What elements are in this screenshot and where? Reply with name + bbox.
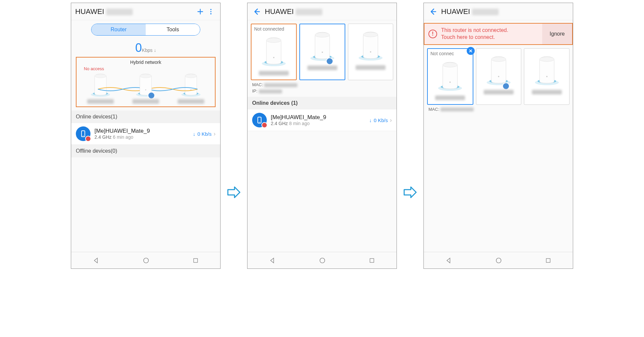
device-name: [Me]HUAWEI_Mate_9 xyxy=(94,128,150,134)
chevron-right-icon: › xyxy=(390,117,392,124)
svg-point-13 xyxy=(496,258,501,263)
android-navbar xyxy=(247,252,397,268)
speed-indicator: 0Kbps ↓ xyxy=(71,39,220,55)
card-status: Not connected xyxy=(253,26,284,32)
device-rate: ↓ 0 Kb/s › xyxy=(193,130,216,137)
svg-rect-10 xyxy=(194,258,198,262)
tab-tools[interactable]: Tools xyxy=(146,24,200,35)
header: HUAWEI xyxy=(247,3,397,20)
app-title: HUAWEI xyxy=(265,7,322,16)
screen-2: HUAWEI Not connected MAC: IP: Online dev… xyxy=(247,3,397,269)
hybrid-title: Hybrid network xyxy=(78,60,214,65)
add-icon[interactable] xyxy=(195,6,206,17)
hybrid-network-panel[interactable]: Hybrid network No access xyxy=(76,57,216,107)
alert-banner[interactable]: ! This router is not connected. Touch he… xyxy=(424,23,573,45)
nav-back-icon[interactable] xyxy=(269,257,276,264)
device-name: [Me]HUAWEI_Mate_9 xyxy=(271,114,326,121)
nav-home-icon[interactable] xyxy=(319,257,326,264)
router-cards: Not connec ✕ xyxy=(424,45,573,106)
globe-icon xyxy=(148,92,155,99)
nav-home-icon[interactable] xyxy=(495,257,502,264)
back-icon[interactable] xyxy=(428,6,438,17)
huawei-badge-icon xyxy=(85,136,91,142)
online-devices-header: Online devices (1) xyxy=(247,97,397,109)
flow-arrow-icon xyxy=(227,186,241,198)
tab-router[interactable]: Router xyxy=(91,24,146,35)
svg-point-7 xyxy=(210,11,212,12)
device-sub: 2.4 GHz 8 min ago xyxy=(271,121,326,126)
no-access-label: No access xyxy=(84,66,214,71)
offline-devices-header: Offline devices(0) xyxy=(71,145,220,157)
screen-1: HUAWEI Router Tools 0Kbps ↓ Hybrid netwo… xyxy=(71,3,221,269)
svg-point-8 xyxy=(210,13,212,14)
router-cards: Not connected xyxy=(247,20,397,82)
device-icon xyxy=(76,126,90,141)
mac-row: MAC: xyxy=(247,82,397,88)
device-sub: 2.4 GHz 6 min ago xyxy=(94,134,150,140)
nav-back-icon[interactable] xyxy=(445,257,452,264)
card-status: Not connec xyxy=(429,51,454,56)
router-card-3[interactable] xyxy=(524,48,569,105)
device-row[interactable]: [Me]HUAWEI_Mate_9 2.4 GHz 8 min ago ↓ 0 … xyxy=(247,109,397,131)
online-devices-header: Online devices(1) xyxy=(71,110,220,123)
router-card-2[interactable] xyxy=(476,48,522,105)
svg-rect-12 xyxy=(370,258,374,262)
svg-point-11 xyxy=(320,258,325,263)
chevron-right-icon: › xyxy=(214,130,216,137)
header: HUAWEI xyxy=(424,3,573,20)
nav-recent-icon[interactable] xyxy=(369,257,375,264)
app-title: HUAWEI xyxy=(75,7,133,16)
flow-arrow-icon xyxy=(403,186,417,198)
globe-icon xyxy=(326,58,333,65)
svg-point-6 xyxy=(210,9,212,10)
router-card-2[interactable] xyxy=(299,24,345,80)
header: HUAWEI xyxy=(71,3,220,20)
android-navbar xyxy=(424,252,573,268)
globe-icon xyxy=(502,83,510,90)
alert-icon: ! xyxy=(428,30,437,38)
svg-rect-14 xyxy=(546,258,550,262)
huawei-badge-icon xyxy=(261,122,267,128)
device-icon xyxy=(252,113,267,127)
tab-control: Router Tools xyxy=(71,20,220,39)
close-icon[interactable]: ✕ xyxy=(467,47,475,55)
nav-recent-icon[interactable] xyxy=(192,257,199,264)
nav-recent-icon[interactable] xyxy=(545,257,552,264)
back-icon[interactable] xyxy=(251,6,262,17)
android-navbar xyxy=(71,252,220,268)
ignore-button[interactable]: Ignore xyxy=(542,24,572,44)
app-title: HUAWEI xyxy=(441,7,499,16)
device-rate: ↓ 0 Kb/s › xyxy=(369,117,392,124)
router-node-2[interactable] xyxy=(129,71,162,104)
ip-row: IP: xyxy=(247,88,397,94)
device-row[interactable]: [Me]HUAWEI_Mate_9 2.4 GHz 6 min ago ↓ 0 … xyxy=(71,123,220,145)
router-card-1[interactable]: Not connected xyxy=(251,24,297,80)
svg-point-9 xyxy=(144,258,149,263)
router-card-1[interactable]: Not connec ✕ xyxy=(427,48,473,105)
alert-text: This router is not connected. Touch here… xyxy=(441,27,508,41)
screen-3: HUAWEI ! This router is not connected. T… xyxy=(423,3,573,269)
nav-home-icon[interactable] xyxy=(142,257,150,264)
router-card-3[interactable] xyxy=(348,24,393,80)
nav-back-icon[interactable] xyxy=(92,257,100,264)
more-icon[interactable] xyxy=(206,6,216,17)
mac-row: MAC: xyxy=(424,106,573,112)
